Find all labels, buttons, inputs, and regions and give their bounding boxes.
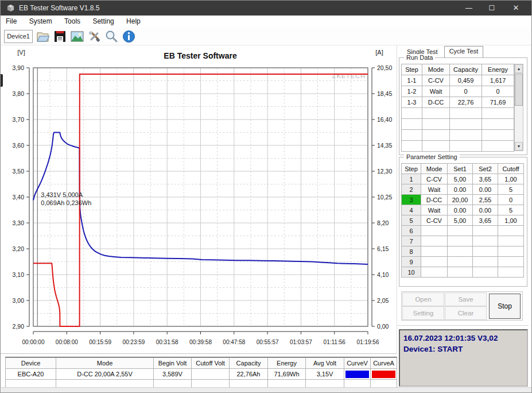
table-cell[interactable]: [473, 246, 498, 257]
tab-cycle-test[interactable]: Cycle Test: [444, 46, 484, 57]
table-cell[interactable]: [498, 267, 524, 278]
table-cell[interactable]: [421, 257, 448, 267]
table-cell[interactable]: C-CV: [421, 215, 448, 226]
table-cell[interactable]: 8: [402, 246, 421, 257]
table-cell[interactable]: 5,00: [448, 215, 473, 226]
table-row: [402, 119, 514, 130]
column-header: Mode: [56, 358, 154, 369]
scroll-up-icon[interactable]: ▲: [515, 64, 523, 73]
zoom-icon[interactable]: [104, 29, 119, 44]
table-cell: [306, 380, 344, 388]
table-cell[interactable]: [421, 246, 448, 257]
table-cell[interactable]: D-CC: [421, 195, 448, 205]
setting-button[interactable]: Setting: [402, 306, 444, 320]
menu-file[interactable]: File: [1, 16, 22, 25]
table-cell[interactable]: 3,65: [473, 174, 498, 184]
table-cell[interactable]: [498, 246, 524, 257]
table-cell: D-CC: [422, 97, 450, 108]
table-cell[interactable]: 7: [402, 236, 421, 246]
table-cell[interactable]: 6: [402, 226, 421, 236]
tools-icon[interactable]: [87, 29, 102, 44]
menu-system[interactable]: System: [24, 16, 57, 25]
table-cell[interactable]: [448, 236, 473, 246]
table-cell[interactable]: 0.00: [448, 184, 473, 195]
table-cell[interactable]: [498, 226, 524, 236]
curve-swatch[interactable]: [372, 371, 395, 378]
table-cell[interactable]: 0.00: [473, 184, 498, 195]
table-cell[interactable]: 5: [498, 184, 524, 195]
table-cell[interactable]: 2: [402, 184, 421, 195]
table-cell[interactable]: 3,65: [473, 215, 498, 226]
table-cell[interactable]: [448, 226, 473, 236]
table-cell[interactable]: [448, 246, 473, 257]
table-cell[interactable]: [421, 267, 448, 278]
table-cell[interactable]: 5,00: [448, 174, 473, 184]
table-cell[interactable]: 5: [498, 205, 524, 215]
menu-setting[interactable]: Setting: [87, 16, 119, 25]
table-cell: 1-2: [402, 86, 422, 97]
table-cell[interactable]: 0.00: [448, 205, 473, 215]
chart-area: EB Tester Software 3,9020,503,8018,453,7…: [4, 47, 397, 354]
table-cell[interactable]: 1,00: [498, 215, 524, 226]
clear-button[interactable]: Clear: [445, 306, 487, 320]
table-cell[interactable]: [421, 226, 448, 236]
table-cell[interactable]: [498, 236, 524, 246]
table-cell[interactable]: 3: [402, 195, 421, 205]
table-cell[interactable]: C-CV: [421, 174, 448, 184]
table-cell: [154, 380, 192, 388]
column-header: Capacity: [230, 358, 268, 369]
table-cell: [192, 380, 230, 388]
table-cell[interactable]: [448, 267, 473, 278]
stop-button[interactable]: Stop: [489, 294, 521, 319]
table-cell[interactable]: 9: [402, 257, 421, 267]
table-cell[interactable]: [473, 236, 498, 246]
table-cell[interactable]: Wait: [421, 184, 448, 195]
table-cell: [450, 130, 482, 141]
v-tick-label: 3,70: [13, 116, 25, 123]
table-cell: [422, 141, 450, 152]
menu-help[interactable]: Help: [121, 16, 146, 25]
table-cell[interactable]: 0: [498, 195, 524, 205]
table-cell[interactable]: [473, 226, 498, 236]
open-folder-icon[interactable]: [36, 29, 50, 44]
table-cell: [344, 369, 371, 380]
close-button[interactable]: ✕: [506, 1, 526, 16]
maximize-button[interactable]: ☐: [482, 1, 502, 16]
device-tab[interactable]: Device1: [4, 30, 33, 43]
table-cell[interactable]: [448, 257, 473, 267]
save-icon[interactable]: [53, 29, 67, 44]
chart-title: EB Tester Software: [4, 51, 397, 60]
v-tick-label: 3,90: [13, 64, 25, 71]
run-data-scrollbar[interactable]: ▲ ▼: [514, 64, 523, 151]
x-tick-label: 00:00:00: [22, 339, 45, 345]
a-tick-label: 6,15: [377, 245, 389, 252]
table-cell[interactable]: 4: [402, 205, 421, 215]
table-cell[interactable]: 20,00: [448, 195, 473, 205]
table-cell[interactable]: 0.00: [473, 205, 498, 215]
table-cell[interactable]: 1: [402, 174, 421, 184]
info-icon[interactable]: [122, 29, 136, 44]
table-cell[interactable]: [473, 257, 498, 267]
table-cell[interactable]: Wait: [421, 205, 448, 215]
parameter-setting-table[interactable]: StepModeSet1Set2Cutoff1C-CV5,003,651,002…: [401, 163, 524, 278]
table-cell[interactable]: [498, 257, 524, 267]
curve-swatch[interactable]: [345, 371, 369, 378]
minimize-button[interactable]: —: [459, 1, 479, 16]
graph-image-icon[interactable]: [70, 29, 84, 44]
save-button[interactable]: Save: [445, 292, 487, 306]
chart-canvas[interactable]: 3,9020,503,8018,453,7016,403,6014,353,50…: [4, 47, 397, 354]
scroll-down-icon[interactable]: ▼: [515, 142, 523, 151]
x-tick-label: 01:11:56: [324, 339, 346, 345]
table-cell[interactable]: 2,55: [473, 195, 498, 205]
open-button[interactable]: Open: [402, 292, 444, 306]
table-cell: [482, 141, 514, 152]
menu-tools[interactable]: Tools: [59, 16, 86, 25]
table-row: 1-3D-CC22,7671,69: [402, 97, 514, 108]
table-cell[interactable]: 5: [402, 215, 421, 226]
column-header: Avg Volt: [306, 358, 344, 369]
table-cell[interactable]: 1,00: [498, 174, 524, 184]
table-cell[interactable]: [473, 267, 498, 278]
table-cell[interactable]: [421, 236, 448, 246]
table-cell[interactable]: 10: [402, 267, 421, 278]
scrollbar-thumb[interactable]: [515, 74, 523, 106]
